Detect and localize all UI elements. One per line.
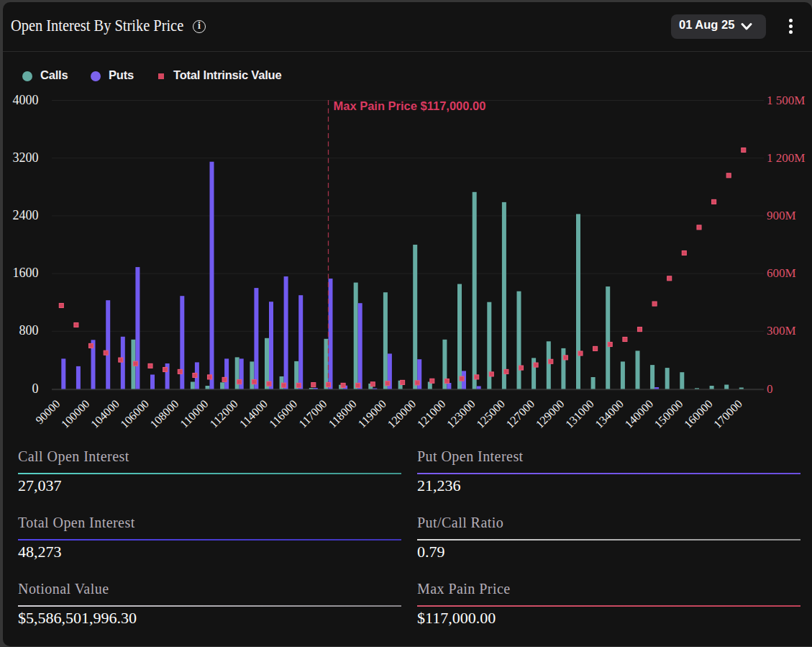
svg-text:4000: 4000 — [13, 93, 39, 107]
svg-text:106000: 106000 — [118, 397, 151, 430]
svg-text:900M: 900M — [767, 209, 796, 222]
svg-text:114000: 114000 — [237, 397, 270, 430]
svg-text:117000: 117000 — [296, 397, 329, 430]
svg-text:2400: 2400 — [13, 208, 39, 222]
svg-text:1 200M: 1 200M — [767, 151, 805, 165]
svg-text:800: 800 — [19, 323, 39, 338]
svg-text:170000: 170000 — [711, 397, 744, 430]
svg-text:3200: 3200 — [13, 150, 39, 165]
svg-text:1 500M: 1 500M — [767, 94, 805, 107]
svg-text:Max Pain Price $117,000.00: Max Pain Price $117,000.00 — [334, 99, 486, 112]
svg-text:116000: 116000 — [267, 397, 300, 430]
svg-text:0: 0 — [32, 381, 39, 396]
svg-text:110000: 110000 — [178, 397, 211, 430]
svg-text:112000: 112000 — [207, 397, 240, 430]
svg-text:600M: 600M — [767, 266, 796, 280]
svg-text:121000: 121000 — [415, 397, 448, 430]
svg-text:100000: 100000 — [59, 397, 92, 430]
svg-text:160000: 160000 — [682, 397, 715, 430]
svg-text:125000: 125000 — [474, 397, 507, 430]
svg-text:90000: 90000 — [33, 397, 62, 426]
svg-text:127000: 127000 — [503, 397, 537, 430]
svg-text:123000: 123000 — [444, 397, 478, 430]
svg-text:119000: 119000 — [355, 397, 388, 430]
svg-text:104000: 104000 — [88, 397, 122, 430]
svg-text:0: 0 — [767, 382, 773, 396]
svg-text:108000: 108000 — [147, 397, 181, 430]
svg-text:150000: 150000 — [652, 397, 685, 430]
svg-text:131000: 131000 — [563, 397, 596, 430]
svg-text:134000: 134000 — [593, 397, 626, 430]
svg-text:118000: 118000 — [326, 397, 359, 430]
svg-text:300M: 300M — [767, 324, 796, 338]
svg-text:140000: 140000 — [622, 397, 655, 430]
svg-text:129000: 129000 — [534, 397, 567, 430]
svg-text:1600: 1600 — [13, 266, 39, 280]
svg-text:120000: 120000 — [385, 397, 418, 430]
